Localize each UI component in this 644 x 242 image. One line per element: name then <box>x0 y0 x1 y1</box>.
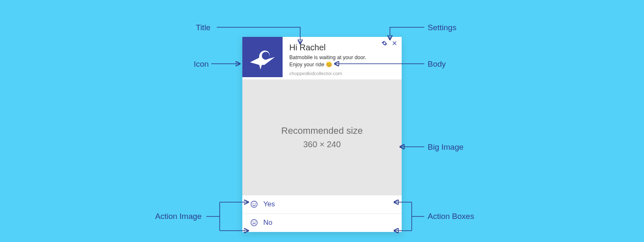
notification-title: Hi Rachel <box>289 43 395 52</box>
svg-point-3 <box>255 203 256 204</box>
svg-point-0 <box>262 52 270 60</box>
action-no-label: No <box>263 219 273 227</box>
svg-point-6 <box>255 222 256 223</box>
annotation-big-image: Big Image <box>428 143 464 152</box>
body-line-1: Batmobile is waiting at your door. <box>289 55 366 60</box>
annotation-title: Title <box>196 23 210 32</box>
notification-controls <box>382 40 397 46</box>
smile-icon <box>250 200 258 208</box>
settings-button[interactable] <box>382 40 387 46</box>
action-yes[interactable]: Yes <box>242 195 402 213</box>
annotation-icon: Icon <box>194 60 209 69</box>
annotation-action-image: Action Image <box>155 212 202 221</box>
body-emoji: 😊 <box>326 62 332 68</box>
svg-point-4 <box>251 220 257 226</box>
big-image-line-2: 360 × 240 <box>303 140 341 149</box>
notification-domain: choppedkidcollector.com <box>289 71 395 76</box>
annotation-body: Body <box>428 60 446 69</box>
frown-icon <box>250 219 258 227</box>
body-line-2: Enjoy your ride <box>289 62 326 68</box>
big-image-line-1: Recommended size <box>281 125 363 136</box>
notification-header: Hi Rachel Batmobile is waiting at your d… <box>242 37 402 79</box>
svg-point-5 <box>253 222 254 223</box>
svg-point-2 <box>253 203 254 204</box>
action-yes-label: Yes <box>263 200 275 208</box>
close-button[interactable] <box>392 40 397 46</box>
notification-big-image: Recommended size 360 × 240 <box>242 79 402 195</box>
svg-point-1 <box>251 201 257 208</box>
bird-icon <box>246 41 279 73</box>
close-icon <box>392 40 397 46</box>
annotation-action-boxes: Action Boxes <box>428 212 474 221</box>
action-no[interactable]: No <box>242 213 402 232</box>
notification-body: Batmobile is waiting at your door. Enjoy… <box>289 54 395 68</box>
gear-icon <box>382 40 387 46</box>
annotation-settings: Settings <box>428 23 457 32</box>
notification-app-icon <box>242 37 283 77</box>
notification-card: Hi Rachel Batmobile is waiting at your d… <box>242 37 402 232</box>
